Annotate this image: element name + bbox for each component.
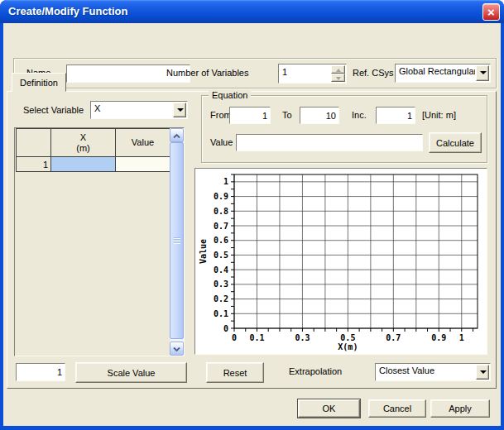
chart-plot-area: 00.10.30.50.70.9100.10.20.30.40.50.60.70… bbox=[195, 169, 487, 354]
svg-text:0: 0 bbox=[223, 324, 228, 333]
extrapolation-select[interactable]: Closest Value bbox=[375, 363, 491, 381]
chevron-up-icon bbox=[173, 133, 180, 139]
inc-input[interactable] bbox=[376, 107, 415, 124]
data-grid: X (m) Value 1 bbox=[16, 128, 170, 172]
svg-text:1: 1 bbox=[459, 333, 464, 342]
svg-text:1: 1 bbox=[223, 177, 228, 186]
number-of-variables-value: 1 bbox=[282, 67, 287, 77]
chevron-down-icon bbox=[173, 103, 186, 117]
inc-label: Inc. bbox=[352, 110, 367, 120]
table-scrollbar[interactable] bbox=[170, 128, 184, 356]
header-group: Name Number of Variables 1 Ref. CSys Glo… bbox=[13, 58, 497, 88]
function-chart: 00.10.30.50.70.9100.10.20.30.40.50.60.70… bbox=[194, 168, 487, 355]
apply-button[interactable]: Apply bbox=[430, 399, 490, 418]
x-column-header: X (m) bbox=[51, 129, 116, 157]
chevron-down-icon bbox=[173, 346, 180, 352]
select-variable-label: Select Variable bbox=[23, 105, 84, 115]
svg-text:0.9: 0.9 bbox=[214, 192, 228, 201]
svg-text:0.1: 0.1 bbox=[249, 333, 264, 342]
ref-csys-label: Ref. CSys bbox=[353, 68, 394, 78]
to-input[interactable] bbox=[300, 107, 339, 124]
table-header-row: X (m) Value bbox=[17, 129, 170, 157]
number-of-variables-stepper[interactable]: 1 bbox=[278, 64, 347, 84]
chevron-down-icon bbox=[476, 65, 489, 81]
svg-text:0.4: 0.4 bbox=[214, 265, 228, 275]
ref-csys-select[interactable]: Global Rectangular bbox=[395, 64, 491, 83]
svg-text:0.7: 0.7 bbox=[214, 222, 228, 231]
calculate-button[interactable]: Calculate bbox=[429, 132, 482, 153]
svg-text:0.5: 0.5 bbox=[340, 333, 355, 342]
arrow-down-icon bbox=[336, 77, 341, 80]
select-variable-value: X bbox=[94, 103, 172, 113]
ref-csys-value: Global Rectangular bbox=[399, 66, 475, 76]
select-variable-select[interactable]: X bbox=[90, 101, 188, 119]
equation-value-label: Value bbox=[210, 137, 233, 147]
equation-group-label: Equation bbox=[209, 90, 251, 100]
window-title: Create/Modify Function bbox=[8, 0, 127, 23]
number-of-variables-label: Number of Variables bbox=[166, 68, 248, 78]
function-data-table: X (m) Value 1 bbox=[14, 127, 185, 356]
tab-definition[interactable]: Definition bbox=[12, 73, 66, 92]
scroll-down-button[interactable] bbox=[170, 342, 184, 356]
scrollbar-thumb[interactable] bbox=[170, 142, 184, 339]
extrapolation-label: Extrapolation bbox=[289, 366, 342, 376]
from-label: From bbox=[210, 110, 232, 120]
x-cell-selected[interactable] bbox=[51, 157, 116, 172]
unit-label: [Unit: m] bbox=[422, 110, 456, 120]
corner-header bbox=[17, 129, 51, 157]
reset-button[interactable]: Reset bbox=[206, 362, 264, 383]
equation-group: Equation From To Inc. [Unit: m] Value Ca… bbox=[201, 95, 487, 163]
svg-text:0.6: 0.6 bbox=[214, 236, 228, 245]
svg-text:0.9: 0.9 bbox=[431, 333, 446, 342]
extrapolation-value: Closest Value bbox=[379, 366, 475, 375]
scale-value-button[interactable]: Scale Value bbox=[75, 362, 187, 383]
ok-button[interactable]: OK bbox=[298, 399, 360, 418]
value-column-header: Value bbox=[116, 129, 170, 157]
svg-text:0.5: 0.5 bbox=[214, 251, 228, 260]
svg-text:0.8: 0.8 bbox=[214, 207, 228, 216]
to-label: To bbox=[282, 110, 292, 120]
svg-text:X(m): X(m) bbox=[338, 342, 358, 351]
definition-tab-page: Select Variable X X (m) Value 1 bbox=[7, 91, 497, 389]
scroll-up-button[interactable] bbox=[170, 128, 184, 142]
svg-text:Value: Value bbox=[199, 239, 208, 264]
table-row: 1 bbox=[17, 157, 170, 172]
close-button[interactable]: × bbox=[482, 3, 500, 21]
svg-text:0.1: 0.1 bbox=[214, 309, 228, 318]
thumb-grip bbox=[174, 237, 180, 244]
from-input[interactable] bbox=[229, 107, 271, 124]
spin-down-button[interactable] bbox=[331, 74, 345, 82]
close-icon: × bbox=[487, 5, 495, 19]
cancel-button[interactable]: Cancel bbox=[368, 399, 426, 418]
spin-up-button[interactable] bbox=[331, 65, 345, 74]
chevron-down-icon bbox=[476, 365, 489, 380]
svg-text:0.7: 0.7 bbox=[386, 333, 401, 342]
create-modify-function-dialog: Create/Modify Function × Name Number of … bbox=[0, 0, 504, 430]
svg-text:0.3: 0.3 bbox=[295, 333, 310, 342]
equation-value-input[interactable] bbox=[236, 134, 423, 151]
svg-text:0.3: 0.3 bbox=[214, 280, 228, 289]
dialog-body: Name Number of Variables 1 Ref. CSys Glo… bbox=[3, 23, 501, 426]
svg-text:0: 0 bbox=[232, 333, 237, 342]
arrow-up-icon bbox=[336, 69, 341, 72]
value-cell[interactable] bbox=[116, 157, 170, 172]
scale-factor-input[interactable] bbox=[16, 363, 65, 381]
title-bar[interactable]: Create/Modify Function × bbox=[0, 0, 504, 23]
row-index-cell[interactable]: 1 bbox=[17, 157, 51, 172]
svg-text:0.2: 0.2 bbox=[214, 294, 228, 303]
